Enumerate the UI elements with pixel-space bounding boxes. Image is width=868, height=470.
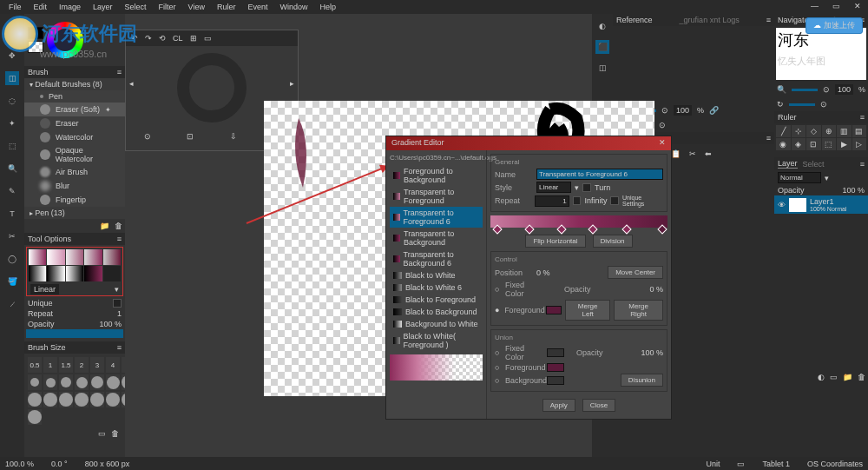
menu-edit[interactable]: Edit xyxy=(29,1,53,13)
brush-size-1[interactable]: 1 xyxy=(43,357,57,373)
brush-eraser[interactable]: Eraser xyxy=(24,116,125,130)
infinity-checkbox[interactable] xyxy=(573,196,582,205)
gradient-preset-thumb[interactable] xyxy=(103,266,121,281)
panel-menu-icon[interactable]: ≡ xyxy=(117,68,122,76)
position-value[interactable]: 0 % xyxy=(536,268,550,277)
ctrl-opacity-value[interactable]: 0 % xyxy=(649,285,663,294)
undo-icon[interactable]: ⬅ xyxy=(705,149,712,158)
gradient-preset[interactable]: Black to Background xyxy=(390,306,483,318)
trash-icon[interactable]: 🗑 xyxy=(111,429,119,438)
tool-zoom[interactable]: 🔍 xyxy=(5,162,19,175)
gradient-preset[interactable]: Transparent to Foreground xyxy=(390,186,483,207)
reference-tab[interactable]: Reference xyxy=(616,16,653,24)
menu-file[interactable]: File xyxy=(3,1,27,13)
ruler-preset[interactable]: ◇ xyxy=(806,125,821,137)
gradient-preset-thumb[interactable] xyxy=(66,249,83,265)
nav-zoom-slider[interactable] xyxy=(792,89,818,91)
panel-menu-icon[interactable]: ≡ xyxy=(117,343,122,352)
menu-event[interactable]: Event xyxy=(242,1,273,13)
ruler-preset[interactable]: ▥ xyxy=(837,125,852,137)
zoom-fit-icon[interactable]: ⊙ xyxy=(144,132,151,141)
menu-filter[interactable]: Filter xyxy=(154,1,181,13)
brush-size-36[interactable] xyxy=(59,392,73,407)
tool-lasso[interactable]: ◌ xyxy=(5,94,19,108)
color-wheel[interactable] xyxy=(47,22,83,58)
brush-size-32[interactable] xyxy=(43,392,57,407)
tool-fill[interactable]: 🪣 xyxy=(5,275,19,288)
layer-mask-icon[interactable]: ◐ xyxy=(818,373,825,381)
select-tab[interactable]: Select xyxy=(803,160,825,169)
visibility-icon[interactable]: 👁 xyxy=(778,201,786,209)
merge-left-button[interactable]: Merge Left xyxy=(565,300,610,321)
zoom-actual-icon[interactable]: ⊡ xyxy=(187,132,194,141)
menu-layer[interactable]: Layer xyxy=(88,1,118,13)
unit-icon[interactable]: ▭ xyxy=(737,460,745,468)
maximize-icon[interactable]: ▭ xyxy=(829,0,844,12)
tool-marquee[interactable]: ⬚ xyxy=(5,139,19,153)
gradient-preset-thumb[interactable] xyxy=(103,249,121,265)
brush-size-8[interactable] xyxy=(43,374,57,390)
zoom-reset-icon[interactable]: ⊙ xyxy=(661,106,668,115)
brush-size-56[interactable] xyxy=(28,409,42,425)
brush-size-1.5[interactable]: 1.5 xyxy=(59,357,73,373)
ruler-tab[interactable]: Ruler xyxy=(778,113,797,122)
u-fg-swatch[interactable] xyxy=(547,363,564,372)
status-unit[interactable]: Unit xyxy=(706,460,720,468)
gradient-preset[interactable]: Background to White xyxy=(390,318,483,330)
apply-button[interactable]: Apply xyxy=(542,399,575,412)
paste-icon[interactable]: 📋 xyxy=(671,149,681,158)
u-color-swatch[interactable] xyxy=(547,348,564,357)
tool-crop[interactable]: ✂ xyxy=(5,229,19,243)
foreground-swatch[interactable] xyxy=(28,27,43,39)
opacity-value[interactable]: 100 % xyxy=(99,320,122,328)
ruler-preset[interactable]: ╱ xyxy=(776,125,791,137)
redo-icon[interactable]: ↷ xyxy=(145,34,152,43)
rect-icon[interactable]: ▭ xyxy=(204,34,212,43)
menu-ruler[interactable]: Ruler xyxy=(212,1,241,13)
gradient-preset[interactable]: Black to White xyxy=(390,269,483,281)
gradient-preset-thumb[interactable] xyxy=(47,249,64,265)
menu-image[interactable]: Image xyxy=(54,1,86,13)
gradient-preset[interactable]: Black to White 6 xyxy=(390,281,483,294)
brush-sub[interactable]: ▸ Pen (13) xyxy=(24,207,125,219)
brush-watercolor[interactable]: Watercolor xyxy=(24,130,125,144)
blend-mode-select[interactable]: Normal xyxy=(778,172,821,183)
brush-size-4[interactable]: 4 xyxy=(106,357,120,373)
rtool-1[interactable]: ◐ xyxy=(595,19,609,33)
menu-help[interactable]: Help xyxy=(314,1,341,13)
gradient-preset-thumb[interactable] xyxy=(84,266,102,281)
opacity-slider[interactable] xyxy=(26,329,123,338)
rotate-icon[interactable]: ⟲ xyxy=(159,34,166,43)
division-button[interactable]: Division xyxy=(593,235,633,248)
brush-size-2[interactable]: 2 xyxy=(75,357,89,373)
cut-icon[interactable]: ✂ xyxy=(689,149,696,158)
brush-size-16[interactable] xyxy=(90,374,104,390)
brush-size-0.5[interactable]: 0.5 xyxy=(28,357,42,373)
brush-size-12[interactable] xyxy=(75,374,89,390)
layer-new-icon[interactable]: ▭ xyxy=(830,373,838,381)
brush-airbrush[interactable]: Air Brush xyxy=(24,165,125,179)
tool-gradient[interactable]: ◫ xyxy=(5,71,19,85)
gradient-bar[interactable] xyxy=(490,215,667,228)
gradient-preset[interactable]: Foreground to Background xyxy=(390,165,483,186)
unique-checkbox[interactable] xyxy=(113,299,122,308)
move-center-button[interactable]: Move Center xyxy=(608,266,663,279)
brush-size-40[interactable] xyxy=(75,392,89,407)
tool-shape[interactable]: ◯ xyxy=(5,252,19,266)
nav-zoom-value[interactable]: 100 xyxy=(835,84,853,95)
repeat-value[interactable]: 1 xyxy=(117,309,122,318)
ruler-preset[interactable]: ⬚ xyxy=(822,138,837,150)
nav-left-icon[interactable]: ◂ xyxy=(129,79,134,88)
unique-checkbox[interactable] xyxy=(610,196,619,205)
tool-wand[interactable]: ✦ xyxy=(5,116,19,130)
ruler-preset[interactable]: ▤ xyxy=(852,125,867,137)
brush-fingertip[interactable]: Fingertip xyxy=(24,193,125,207)
gradient-style-select[interactable]: Linear xyxy=(30,284,59,295)
layer-item[interactable]: 👁 Layer1100% Normal xyxy=(774,195,868,214)
brush-size-10[interactable] xyxy=(59,374,73,390)
zoom-value[interactable]: 100 xyxy=(674,105,692,116)
style-select[interactable]: Linear xyxy=(536,182,571,193)
repeat-input[interactable]: 1 xyxy=(535,195,569,207)
menu-window[interactable]: Window xyxy=(274,1,312,13)
u-opacity-value[interactable]: 100 % xyxy=(641,348,663,357)
